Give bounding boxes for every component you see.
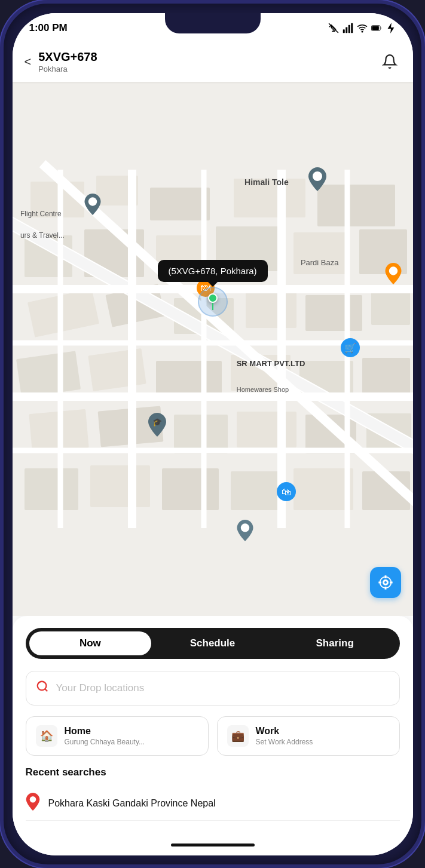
home-location-button[interactable]: 🏠 Home Gurung Chhaya Beauty... xyxy=(26,716,209,756)
svg-point-5 xyxy=(362,31,363,32)
map-label-pardi: Pardi Baza xyxy=(301,258,339,267)
pin-stem xyxy=(212,303,213,310)
work-location-info: Work Set Work Address xyxy=(256,726,313,746)
svg-text:🛒: 🛒 xyxy=(344,342,356,354)
svg-marker-8 xyxy=(387,23,394,33)
quick-locations: 🏠 Home Gurung Chhaya Beauty... 💼 Work Se… xyxy=(26,716,400,756)
work-icon: 💼 xyxy=(227,725,249,747)
tab-bar: Now Schedule Sharing xyxy=(26,628,400,659)
recent-item-text: Pokhara Kaski Gandaki Province Nepal xyxy=(48,798,216,809)
tab-sharing[interactable]: Sharing xyxy=(274,631,396,655)
header: < 5XVG+678 Pokhara xyxy=(13,43,413,82)
recent-location-icon xyxy=(26,793,40,811)
search-bar[interactable]: Your Drop locations xyxy=(26,671,400,706)
home-location-sub: Gurung Chhaya Beauty... xyxy=(65,738,145,746)
svg-rect-41 xyxy=(162,468,219,510)
bell-icon xyxy=(382,54,398,69)
search-placeholder[interactable]: Your Drop locations xyxy=(56,682,145,694)
svg-rect-7 xyxy=(372,26,379,29)
status-icons xyxy=(328,23,396,33)
mute-icon xyxy=(328,23,339,33)
work-location-name: Work xyxy=(256,726,313,737)
map-area[interactable]: Himali Tole Flight Centre urs & Travel..… xyxy=(13,82,413,616)
header-info: 5XVG+678 Pokhara xyxy=(38,50,97,73)
wifi-icon xyxy=(357,23,368,33)
svg-rect-3 xyxy=(348,24,350,33)
map-marker-himali xyxy=(308,167,326,190)
map-label-himali: Himali Tole xyxy=(244,177,289,187)
map-marker-education: 🎓 xyxy=(148,413,167,437)
svg-point-67 xyxy=(240,523,249,532)
location-pin: (5XVG+678, Pokhara) xyxy=(157,260,267,317)
svg-point-68 xyxy=(383,580,387,584)
svg-point-61 xyxy=(389,267,397,275)
work-location-sub: Set Work Address xyxy=(256,738,313,746)
map-background: Himali Tole Flight Centre urs & Travel..… xyxy=(13,82,413,616)
pin-tooltip: (5XVG+678, Pokhara) xyxy=(157,260,267,282)
map-label-srmart: SR MART PVT.LTD xyxy=(237,359,305,368)
svg-rect-28 xyxy=(88,348,146,391)
svg-rect-4 xyxy=(351,23,353,33)
svg-text:🛍: 🛍 xyxy=(282,487,291,497)
status-time: 1:00 PM xyxy=(29,22,68,34)
pin-dot-wrapper xyxy=(207,293,217,310)
svg-point-69 xyxy=(380,576,391,588)
tab-now[interactable]: Now xyxy=(29,631,152,655)
map-label-travel: urs & Travel... xyxy=(20,231,65,240)
recent-searches-section: Recent searches Pokhara Kaski Gandaki Pr… xyxy=(26,766,400,821)
svg-rect-35 xyxy=(174,415,228,453)
search-icon xyxy=(36,680,49,697)
search-svg-icon xyxy=(36,680,49,693)
map-marker-srmart: 🛒 xyxy=(341,338,360,357)
svg-point-72 xyxy=(29,796,36,803)
tab-schedule[interactable]: Schedule xyxy=(151,631,274,655)
svg-rect-39 xyxy=(25,468,78,510)
svg-point-70 xyxy=(37,681,46,690)
svg-rect-40 xyxy=(90,465,150,507)
map-label-homewares: Homewares Shop xyxy=(237,386,289,393)
pin-dot xyxy=(207,293,217,303)
recent-pin-icon xyxy=(26,793,40,814)
battery-icon xyxy=(371,23,382,33)
map-label-flight: Flight Centre xyxy=(20,210,62,218)
recent-item[interactable]: Pokhara Kaski Gandaki Province Nepal xyxy=(26,787,400,821)
svg-rect-43 xyxy=(293,468,353,510)
map-marker-topright xyxy=(385,263,403,286)
recent-searches-title: Recent searches xyxy=(26,766,400,778)
pin-circle xyxy=(197,287,227,317)
gps-button[interactable] xyxy=(370,567,401,598)
svg-rect-26 xyxy=(371,292,410,325)
gps-icon xyxy=(377,574,394,591)
notch xyxy=(165,13,261,33)
svg-rect-14 xyxy=(317,185,395,226)
home-location-name: Home xyxy=(65,726,145,737)
svg-rect-1 xyxy=(343,29,344,33)
svg-rect-25 xyxy=(305,295,362,331)
charging-icon xyxy=(386,23,396,33)
svg-rect-2 xyxy=(345,27,347,33)
home-bar xyxy=(171,844,255,846)
map-marker-flight xyxy=(84,194,101,215)
phone-screen: 1:00 PM xyxy=(13,13,413,855)
svg-point-58 xyxy=(88,198,97,206)
work-location-button[interactable]: 💼 Work Set Work Address xyxy=(217,716,400,756)
back-button[interactable]: < xyxy=(25,55,32,69)
svg-rect-19 xyxy=(293,232,347,274)
svg-rect-36 xyxy=(237,412,296,447)
header-title: 5XVG+678 xyxy=(38,50,97,64)
home-indicator xyxy=(13,835,413,855)
svg-point-57 xyxy=(313,171,322,181)
notification-button[interactable] xyxy=(378,50,401,73)
svg-rect-27 xyxy=(16,351,81,397)
header-left: < 5XVG+678 Pokhara xyxy=(25,50,97,73)
svg-text:🎓: 🎓 xyxy=(152,417,163,427)
signal-icon xyxy=(343,23,353,33)
phone-frame: 1:00 PM xyxy=(0,0,425,868)
map-marker-gray xyxy=(237,520,253,541)
home-icon: 🏠 xyxy=(36,725,57,747)
svg-line-71 xyxy=(45,689,47,691)
header-subtitle: Pokhara xyxy=(38,65,97,73)
svg-rect-12 xyxy=(150,188,210,220)
bottom-panel: Now Schedule Sharing Your Drop locations… xyxy=(13,616,413,835)
svg-rect-32 xyxy=(362,358,410,394)
